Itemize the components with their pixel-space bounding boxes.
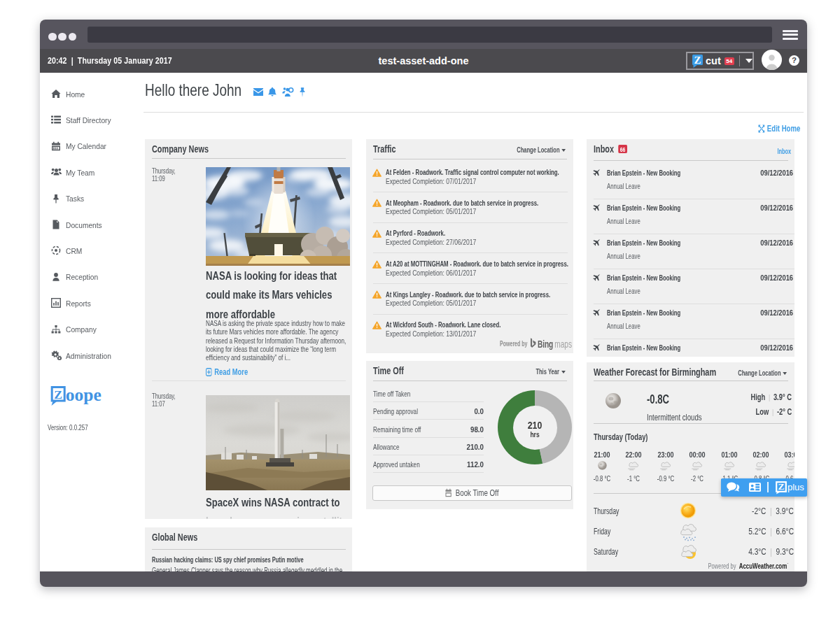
svg-text:oope: oope: [66, 386, 102, 405]
svg-text:Z: Z: [778, 481, 784, 492]
svg-text:Z: Z: [54, 387, 62, 401]
svg-text:Z: Z: [694, 54, 701, 65]
